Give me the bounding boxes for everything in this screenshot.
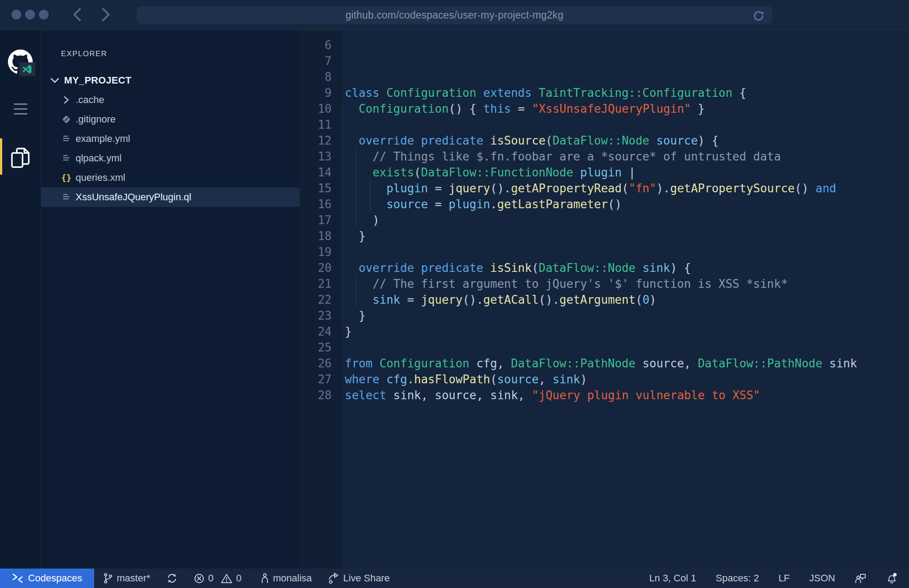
codespaces-remote-button[interactable]: Codespaces [0, 569, 94, 588]
sidebar-item-explorer[interactable] [0, 137, 41, 179]
code-line-19: 19 [300, 244, 909, 260]
file-lines-icon [61, 154, 72, 163]
reload-icon[interactable] [752, 9, 765, 23]
code-line-18: 18 } [300, 228, 909, 244]
line-number: 11 [300, 117, 332, 133]
code-line-17: 17 ) [300, 212, 909, 228]
window-close-button[interactable] [11, 10, 21, 19]
problems-indicator[interactable]: 0 0 [194, 573, 242, 584]
project-root-folder[interactable]: MY_PROJECT [41, 71, 300, 90]
menu-icon[interactable] [14, 103, 27, 115]
error-icon [194, 573, 205, 584]
code-line-6: 6 [300, 37, 909, 53]
live-share-icon [328, 573, 339, 584]
tree-item-.cache[interactable]: .cache [41, 90, 300, 110]
file-name: qlpack.yml [76, 153, 122, 164]
file-name: .gitignore [76, 114, 116, 125]
forward-icon[interactable] [100, 7, 111, 22]
tree-item-queries.xml[interactable]: {}queries.xml [41, 168, 300, 187]
code-line-26: 26from Configuration cfg, DataFlow::Path… [300, 355, 909, 371]
line-number: 18 [300, 228, 332, 244]
user-indicator[interactable]: monalisa [261, 573, 312, 584]
line-number: 19 [300, 244, 332, 260]
back-icon[interactable] [72, 7, 83, 22]
line-number: 24 [300, 324, 332, 340]
code-line-13: 13 // Things like $.fn.foobar are a *sou… [300, 149, 909, 164]
line-number: 27 [300, 371, 332, 387]
bell-icon[interactable] [886, 573, 898, 584]
line-number: 9 [300, 85, 332, 101]
sync-button[interactable] [166, 573, 178, 584]
cursor-position[interactable]: Ln 3, Col 1 [649, 573, 696, 584]
browser-chrome: github.com/codespaces/user-my-project-mg… [0, 0, 909, 30]
status-bar: Codespaces master* [0, 569, 909, 588]
explorer-header: EXPLORER [61, 50, 300, 58]
line-number: 6 [300, 37, 332, 53]
line-number: 17 [300, 212, 332, 228]
code-line-15: 15 plugin = jquery().getAPropertyRead("f… [300, 180, 909, 196]
braces-icon: {} [61, 173, 72, 183]
person-icon [261, 573, 269, 584]
window-zoom-button[interactable] [39, 10, 49, 19]
line-number: 15 [300, 180, 332, 196]
line-number: 25 [300, 340, 332, 355]
language-mode[interactable]: JSON [809, 573, 835, 584]
line-number: 13 [300, 149, 332, 164]
github-vscode-logo [8, 50, 33, 74]
line-number: 20 [300, 260, 332, 276]
code-line-25: 25 [300, 340, 909, 355]
tree-item-.gitignore[interactable]: .gitignore [41, 110, 300, 129]
files-icon [11, 147, 30, 169]
line-number: 21 [300, 276, 332, 292]
remote-icon [12, 573, 23, 583]
code-line-11: 11 [300, 117, 909, 133]
file-lines-icon [61, 134, 72, 143]
codespaces-window: github.com/codespaces/user-my-project-mg… [0, 0, 909, 588]
eol-setting[interactable]: LF [779, 573, 790, 584]
address-bar[interactable]: github.com/codespaces/user-my-project-mg… [137, 6, 772, 24]
activity-bar [0, 30, 41, 569]
chevron-right-icon [61, 95, 72, 105]
line-number: 12 [300, 133, 332, 149]
tree-item-example.yml[interactable]: example.yml [41, 129, 300, 149]
warning-icon [221, 573, 233, 584]
line-number: 28 [300, 387, 332, 403]
tree-item-XssUnsafeJQueryPlugin.ql[interactable]: XssUnsafeJQueryPlugin.ql [41, 187, 300, 207]
code-editor[interactable]: 6789class Configuration extends TaintTra… [300, 30, 909, 569]
line-number: 22 [300, 292, 332, 308]
code-line-7: 7 [300, 53, 909, 69]
branch-icon [103, 573, 113, 584]
line-number: 23 [300, 308, 332, 324]
line-number: 10 [300, 101, 332, 117]
code-line-9: 9class Configuration extends TaintTracki… [300, 85, 909, 101]
code-line-23: 23 } [300, 308, 909, 324]
line-number: 14 [300, 164, 332, 180]
code-line-20: 20 override predicate isSink(DataFlow::N… [300, 260, 909, 276]
file-name: .cache [76, 94, 104, 106]
code-line-24: 24} [300, 324, 909, 340]
project-name: MY_PROJECT [64, 75, 131, 86]
chevron-down-icon [50, 77, 60, 84]
window-minimize-button[interactable] [25, 10, 35, 19]
code-line-27: 27where cfg.hasFlowPath(source, sink) [300, 371, 909, 387]
code-lines: 6789class Configuration extends TaintTra… [300, 37, 909, 403]
file-name: example.yml [76, 133, 130, 145]
code-line-28: 28select sink, source, sink, "jQuery plu… [300, 387, 909, 403]
warning-count: 0 [236, 573, 241, 584]
code-line-10: 10 Configuration() { this = "XssUnsafeJQ… [300, 101, 909, 117]
code-line-21: 21 // The first argument to jQuery's '$'… [300, 276, 909, 292]
explorer-sidebar: EXPLORER MY_PROJECT .cache.gitignoreexam… [41, 30, 300, 569]
branch-indicator[interactable]: master* [103, 573, 150, 584]
feedback-icon[interactable] [855, 573, 867, 584]
line-number: 16 [300, 196, 332, 212]
window-controls [0, 10, 49, 19]
live-share-button[interactable]: Live Share [328, 573, 390, 584]
indentation-setting[interactable]: Spaces: 2 [716, 573, 759, 584]
vscode-icon [19, 62, 35, 76]
code-line-12: 12 override predicate isSource(DataFlow:… [300, 133, 909, 149]
branch-label: master* [117, 573, 150, 584]
error-count: 0 [208, 573, 214, 584]
tree-item-qlpack.yml[interactable]: qlpack.yml [41, 149, 300, 168]
line-number: 8 [300, 69, 332, 85]
file-name: XssUnsafeJQueryPlugin.ql [76, 191, 191, 203]
